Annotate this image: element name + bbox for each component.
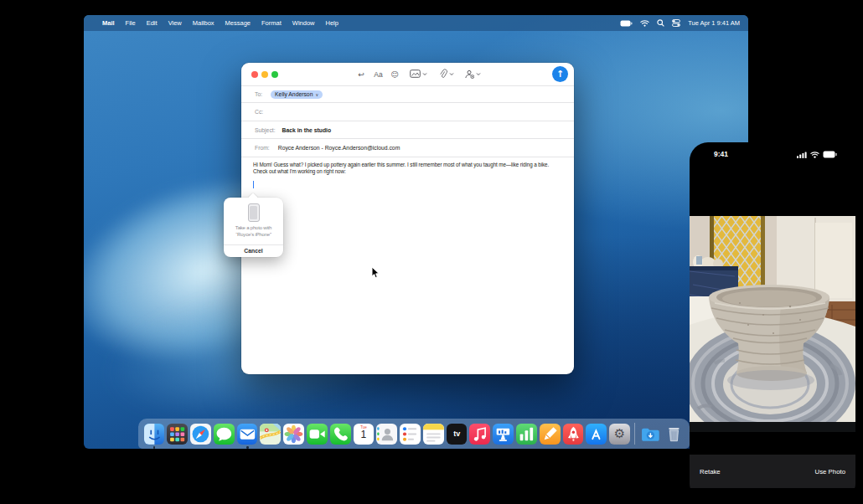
paperclip-icon — [438, 69, 447, 79]
dock-item-launchpad[interactable] — [167, 424, 188, 445]
continuity-camera-popover: Take a photo with “Royce’s iPhone” Cance… — [224, 198, 283, 257]
to-field[interactable]: To: Kelly Anderson∨ — [241, 85, 574, 103]
dock-item-appstore[interactable] — [586, 424, 607, 445]
menu-status-icons: Tue Apr 1 9:41 AM — [620, 19, 740, 27]
from-value: Royce Anderson - Royce.Anderson@icloud.c… — [278, 145, 400, 151]
dock-item-music[interactable] — [469, 424, 490, 445]
use-photo-button[interactable]: Use Photo — [815, 468, 845, 476]
dock-item-facetime[interactable] — [307, 424, 328, 445]
menu-item-help[interactable]: Help — [325, 19, 338, 27]
popover-divider — [224, 244, 283, 245]
iphone-clock: 9:41 — [714, 150, 728, 158]
menu-bar: MailFileEditViewMailboxMessageFormatWind… — [84, 15, 748, 31]
dock-item-calendar[interactable]: Tue1 — [354, 424, 375, 445]
attach-button[interactable] — [434, 67, 457, 80]
subject-field[interactable]: Subject: Back in the studio — [241, 121, 574, 139]
iphone-icon — [248, 203, 260, 222]
menu-item-file[interactable]: File — [126, 19, 136, 27]
dock-item-messages[interactable] — [214, 424, 235, 445]
dock-item-phone[interactable] — [330, 424, 351, 445]
dock-item-downloads[interactable] — [640, 424, 661, 445]
photo-browser-icon — [410, 69, 421, 78]
search-icon[interactable] — [657, 19, 664, 27]
dock-item-keynote[interactable] — [493, 424, 514, 445]
popover-text-line1: Take a photo with — [224, 225, 283, 230]
dock-item-numbers[interactable] — [516, 424, 537, 445]
cancel-button[interactable]: Cancel — [224, 248, 283, 254]
subject-label: Subject: — [255, 127, 276, 133]
format-button[interactable]: Aa — [372, 68, 385, 80]
dock-divider — [634, 423, 635, 445]
chevron-down-icon — [422, 72, 427, 76]
contact-badge-icon — [464, 69, 474, 79]
menu-items: MailFileEditViewMailboxMessageFormatWind… — [93, 19, 338, 27]
dock-item-finder[interactable] — [144, 424, 165, 445]
mouse-cursor — [371, 266, 380, 279]
wifi-icon — [810, 152, 819, 158]
menu-item-window[interactable]: Window — [292, 19, 315, 27]
battery-icon[interactable] — [620, 20, 633, 27]
text-caret — [253, 181, 254, 188]
menu-item-edit[interactable]: Edit — [147, 19, 158, 27]
window-close-button[interactable] — [251, 71, 258, 78]
menu-item-message[interactable]: Message — [225, 19, 251, 27]
menu-item-mail[interactable]: Mail — [102, 19, 115, 27]
window-minimize-button[interactable] — [261, 71, 268, 78]
insert-from-device-button[interactable] — [461, 67, 484, 80]
dock-item-maps[interactable] — [260, 424, 281, 445]
dock-item-trash[interactable] — [664, 424, 685, 445]
chevron-down-icon — [476, 72, 481, 76]
cc-label: Cc: — [255, 109, 263, 115]
menu-item-format[interactable]: Format — [261, 19, 282, 27]
iphone-status-bar: 9:41 — [690, 142, 855, 167]
recipient-token[interactable]: Kelly Anderson∨ — [271, 90, 323, 99]
subject-value: Back in the studio — [282, 127, 332, 133]
send-button[interactable]: ↑ — [552, 66, 568, 82]
from-field[interactable]: From: Royce Anderson - Royce.Anderson@ic… — [241, 140, 574, 157]
dock-item-safari[interactable] — [190, 424, 211, 445]
dock-item-contacts[interactable] — [376, 424, 397, 445]
macos-desktop: MailFileEditViewMailboxMessageFormatWind… — [84, 15, 748, 449]
dock-item-reminders[interactable] — [400, 424, 421, 445]
menu-item-view[interactable]: View — [168, 19, 182, 27]
dock-item-settings[interactable]: ⚙ — [609, 424, 630, 445]
dock-item-mail[interactable] — [237, 424, 258, 445]
dock: Tue1tv⚙ — [138, 419, 690, 449]
photo-browser-button[interactable] — [406, 67, 430, 80]
camera-review-bar: Retake Use Photo — [690, 455, 855, 488]
emoji-button[interactable]: ☺ — [389, 68, 400, 80]
battery-icon — [823, 151, 837, 158]
dock-item-photos[interactable] — [283, 424, 304, 445]
menu-item-mailbox[interactable]: Mailbox — [193, 19, 214, 27]
screenshot-canvas: MailFileEditViewMailboxMessageFormatWind… — [0, 0, 863, 504]
chevron-down-icon: ∨ — [315, 92, 318, 97]
cc-field[interactable]: Cc: — [241, 104, 574, 121]
undo-button[interactable]: ↩ — [355, 68, 367, 80]
popover-arrow — [248, 193, 258, 198]
control-center-icon[interactable] — [672, 19, 680, 27]
to-label: To: — [255, 91, 262, 97]
dock-item-rocket[interactable] — [563, 424, 584, 445]
iphone-screen: 9:41 — [690, 142, 855, 497]
retake-button[interactable]: Retake — [700, 468, 721, 476]
dock-item-appletv[interactable]: tv — [447, 424, 468, 445]
message-body[interactable]: Hi Mom! Guess what? I picked up pottery … — [253, 162, 565, 175]
mail-compose-window: ↩ Aa ☺ ↑ To: Kelly Anderson∨ Cc: — [241, 63, 574, 374]
wifi-icon[interactable] — [640, 20, 649, 27]
dock-item-notes[interactable] — [423, 424, 444, 445]
popover-text-line2: “Royce’s iPhone” — [224, 232, 283, 237]
from-label: From: — [255, 145, 270, 151]
dock-item-pages[interactable] — [540, 424, 561, 445]
chevron-down-icon — [449, 72, 454, 76]
cellular-signal-icon — [797, 152, 807, 158]
camera-preview-photo — [690, 216, 855, 432]
window-zoom-button[interactable] — [271, 71, 278, 78]
menu-clock[interactable]: Tue Apr 1 9:41 AM — [688, 19, 740, 27]
